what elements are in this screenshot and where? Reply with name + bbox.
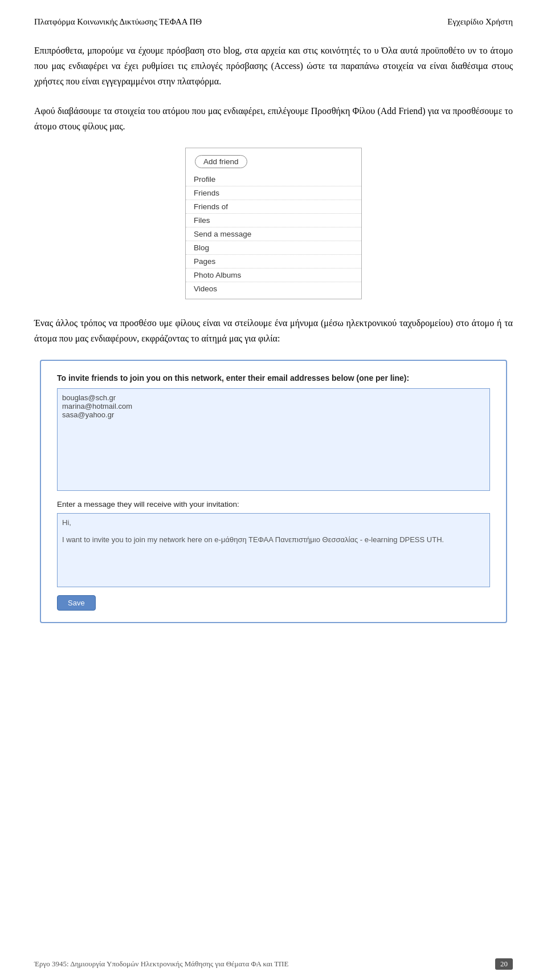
- paragraph-1: Επιπρόσθετα, μπορούμε να έχουμε πρόσβαση…: [34, 43, 513, 90]
- paragraph-3: Ένας άλλος τρόπος να προσθέσο υμε φίλους…: [34, 315, 513, 346]
- menu-item-add-friend[interactable]: Add friend: [195, 155, 247, 168]
- menu-item-pages[interactable]: Pages: [186, 255, 361, 269]
- message-label: Enter a message they will receive with y…: [57, 500, 490, 509]
- menu-item-photo-albums[interactable]: Photo Albums: [186, 269, 361, 282]
- page-footer: Έργο 3945: Δημιουργία Υποδομών Ηλεκτρονι…: [0, 958, 547, 970]
- menu-screenshot: Add friendProfileFriendsFriends ofFilesS…: [185, 148, 362, 299]
- menu-item-videos[interactable]: Videos: [186, 282, 361, 295]
- header-right: Εγχειρίδιο Χρήστη: [447, 17, 513, 27]
- save-button[interactable]: Save: [57, 595, 96, 611]
- menu-item-files[interactable]: Files: [186, 214, 361, 227]
- header-left: Πλατφόρμα Κοινωνικής Δικτύωσης ΤΕΦΑΑ ΠΘ: [34, 17, 202, 27]
- menu-item-friends-of[interactable]: Friends of: [186, 200, 361, 214]
- footer-text: Έργο 3945: Δημιουργία Υποδομών Ηλεκτρονι…: [34, 959, 288, 969]
- menu-item-blog[interactable]: Blog: [186, 241, 361, 255]
- page-number: 20: [495, 958, 513, 970]
- invite-title: To invite friends to join you on this ne…: [57, 373, 490, 383]
- emails-textarea[interactable]: [57, 388, 490, 491]
- menu-item-send-a-message[interactable]: Send a message: [186, 227, 361, 241]
- paragraph-2: Αφού διαβάσουμε τα στοιχεία του ατόμου π…: [34, 103, 513, 134]
- menu-item-profile[interactable]: Profile: [186, 173, 361, 186]
- page-header: Πλατφόρμα Κοινωνικής Δικτύωσης ΤΕΦΑΑ ΠΘ …: [34, 17, 513, 27]
- menu-item-friends[interactable]: Friends: [186, 186, 361, 200]
- invite-block: To invite friends to join you on this ne…: [40, 360, 507, 623]
- message-textarea[interactable]: [57, 513, 490, 587]
